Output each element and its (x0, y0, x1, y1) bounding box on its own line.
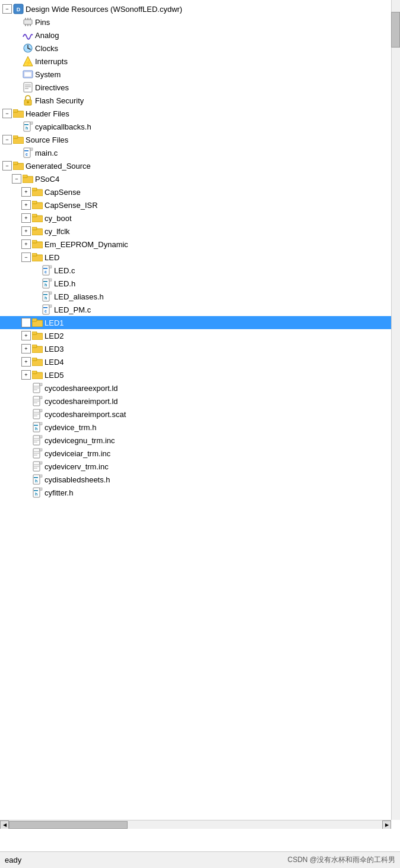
scrollbar-thumb[interactable] (391, 12, 400, 48)
tree-item-flash-security[interactable]: Flash Security (0, 94, 391, 107)
tree-item-cy-lfclk[interactable]: +cy_lfclk (0, 225, 391, 238)
status-text-right: CSDN @没有水杯和雨伞的工科男 (287, 855, 395, 865)
tree-item-cyapicallbacks-h[interactable]: hcyapicallbacks.h (0, 120, 391, 133)
tree-item-label: LED1 (45, 318, 64, 327)
svg-rect-51 (32, 253, 37, 256)
tree-item-analog[interactable]: Analog (0, 29, 391, 42)
tree-item-directives[interactable]: Directives (0, 81, 391, 94)
svg-rect-126 (34, 477, 38, 478)
tree-item-label: LED5 (45, 371, 64, 380)
svg-rect-43 (32, 201, 37, 204)
directives-icon (23, 82, 33, 93)
tree-item-generated-source[interactable]: −Generated_Source (0, 159, 391, 172)
tree-item-led3[interactable]: +LED3 (0, 342, 391, 355)
tree-item-label: cydeviceiar_trm.inc (45, 449, 110, 458)
tree-item-system[interactable]: System (0, 68, 391, 81)
tree-item-label: LED_aliases.h (54, 292, 104, 301)
expand-button[interactable]: + (21, 200, 31, 210)
tree-item-pins[interactable]: Pins (0, 15, 391, 29)
tree-item-cycodeshareimport-scat[interactable]: cycodeshareimport.scat (0, 408, 391, 421)
expand-button[interactable]: + (21, 226, 31, 236)
svg-rect-37 (13, 162, 18, 165)
scroll-right-arrow[interactable]: ▶ (382, 820, 391, 829)
tree-item-design-wide-resources[interactable]: −DDesign Wide Resources (WSonoffLED.cydw… (0, 2, 391, 15)
tree-item-cydisabledsheets-h[interactable]: hcydisabledsheets.h (0, 473, 391, 486)
folder-icon (32, 226, 43, 236)
tree-item-led5[interactable]: +LED5 (0, 368, 391, 381)
svg-rect-77 (32, 345, 37, 348)
svg-rect-81 (32, 371, 37, 374)
expand-button[interactable]: + (21, 318, 31, 327)
h-file-icon: h (32, 474, 43, 485)
tree-item-cycodeshareexport-ld[interactable]: cycodeshareexport.ld (0, 381, 391, 394)
tree-item-clocks[interactable]: Clocks (0, 42, 391, 55)
tree-item-led[interactable]: −LED (0, 251, 391, 264)
expand-button[interactable]: + (21, 239, 31, 249)
h-file-icon: h (23, 121, 33, 132)
horizontal-scrollbar[interactable]: ◀ ▶ (0, 820, 391, 829)
tree-item-label: CapSense_ISR (45, 201, 98, 210)
tree-item-capsense-isr[interactable]: +CapSense_ISR (0, 198, 391, 212)
clocks-icon (23, 43, 33, 53)
tree-item-led4[interactable]: +LED4 (0, 355, 391, 368)
expand-button[interactable]: + (21, 357, 31, 367)
dwr-icon: D (13, 4, 24, 14)
scroll-thumb[interactable] (9, 821, 128, 829)
vertical-scrollbar[interactable] (391, 0, 400, 820)
flash-security-icon (23, 95, 33, 106)
tree-item-label: Em_EEPROM_Dynamic (45, 240, 128, 249)
svg-rect-33 (30, 148, 33, 150)
ld-file-icon (32, 448, 43, 459)
tree-item-led2[interactable]: +LED2 (0, 329, 391, 342)
tree-item-led-aliases-h[interactable]: hLED_aliases.h (0, 290, 391, 303)
tree-item-label: Pins (35, 18, 50, 27)
expand-button[interactable]: + (21, 331, 31, 340)
folder-icon (13, 108, 24, 119)
expand-button[interactable]: + (21, 213, 31, 223)
tree-item-interrupts[interactable]: ⚡Interrupts (0, 55, 391, 68)
svg-rect-54 (49, 266, 52, 268)
pins-icon (23, 17, 33, 27)
tree-item-main-c[interactable]: cmain.c (0, 146, 391, 159)
tree-item-cydevicerv-trm-inc[interactable]: cydevicerv_trm.inc (0, 460, 391, 473)
svg-rect-125 (40, 475, 42, 477)
tree-item-header-files[interactable]: −Header Files (0, 107, 391, 120)
svg-text:c: c (45, 309, 47, 313)
expand-button[interactable]: + (21, 344, 31, 353)
scroll-left-arrow[interactable]: ◀ (0, 820, 9, 829)
collapse-button[interactable]: − (21, 252, 31, 262)
folder-icon (32, 187, 43, 197)
tree-item-em-eeprom-dynamic[interactable]: +Em_EEPROM_Dynamic (0, 238, 391, 251)
tree-item-cydeviceiar-trm-inc[interactable]: cydeviceiar_trm.inc (0, 447, 391, 460)
tree-item-label: cy_boot (45, 214, 72, 223)
tree-item-cydevice-trm-h[interactable]: hcydevice_trm.h (0, 421, 391, 434)
c-file-icon: c (42, 304, 52, 315)
collapse-button[interactable]: − (2, 161, 12, 171)
svg-text:c: c (26, 152, 28, 156)
svg-rect-64 (49, 292, 52, 294)
svg-rect-96 (40, 409, 42, 412)
svg-rect-69 (49, 305, 52, 307)
collapse-button[interactable]: − (2, 4, 12, 14)
tree-item-cyfitter-h[interactable]: hcyfitter.h (0, 486, 391, 499)
tree-item-psoc4[interactable]: −PSoC4 (0, 172, 391, 185)
tree-item-led-pm-c[interactable]: cLED_PM.c (0, 303, 391, 316)
svg-rect-79 (32, 358, 37, 361)
expand-button[interactable]: + (21, 370, 31, 380)
tree-item-source-files[interactable]: −Source Files (0, 133, 391, 146)
tree-item-label: cyfitter.h (45, 488, 73, 497)
collapse-button[interactable]: − (2, 109, 12, 118)
collapse-button[interactable]: − (12, 174, 21, 184)
expand-button[interactable]: + (21, 187, 31, 197)
scroll-track[interactable] (9, 820, 382, 829)
svg-text:⚡: ⚡ (24, 59, 32, 67)
collapse-button[interactable]: − (2, 135, 12, 144)
tree-item-cycodeshareimport-ld[interactable]: cycodeshareimport.ld (0, 394, 391, 408)
tree-item-led-c[interactable]: cLED.c (0, 264, 391, 277)
tree-item-cy-boot[interactable]: +cy_boot (0, 212, 391, 225)
tree-item-led1[interactable]: +LED1 (0, 316, 391, 329)
tree-item-capsense[interactable]: +CapSense (0, 185, 391, 198)
tree-item-label: LED.c (54, 266, 75, 275)
tree-item-led-h[interactable]: hLED.h (0, 277, 391, 290)
tree-item-cydevicegnu-trm-inc[interactable]: cydevicegnu_trm.inc (0, 434, 391, 447)
